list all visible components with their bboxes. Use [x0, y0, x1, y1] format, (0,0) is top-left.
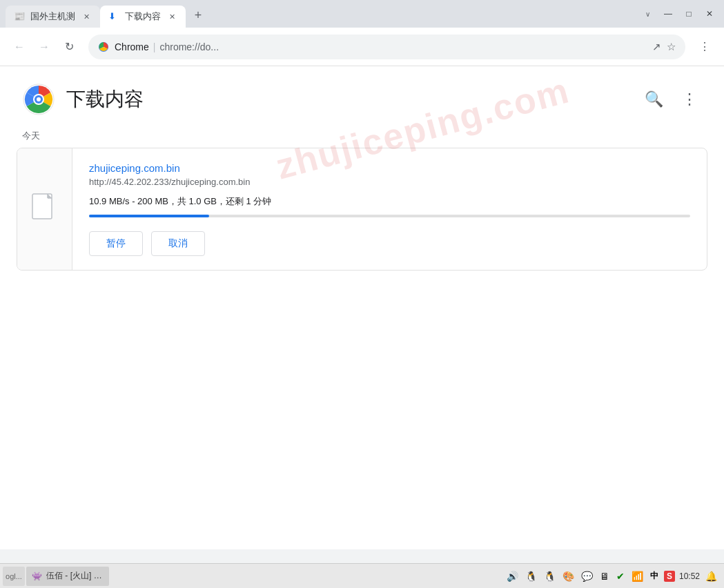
taskbar-item1-icon: 👾: [32, 571, 42, 581]
window-controls: ∨ — □ ✕: [638, 5, 718, 23]
download-info: zhujiceping.com.bin http://45.42.202.233…: [72, 148, 707, 270]
taskbar-start[interactable]: ogl...: [3, 567, 25, 586]
progress-bar-container: [89, 215, 690, 217]
download-card: zhujiceping.com.bin http://45.42.202.233…: [17, 148, 707, 271]
close-icon: ✕: [706, 9, 713, 19]
share-icon[interactable]: ↗: [652, 41, 661, 53]
page-header: 下载内容 🔍 ⋮: [0, 66, 724, 124]
forward-icon: →: [39, 41, 50, 53]
tab2-favicon: ⬇: [108, 11, 119, 22]
section-today-label: 今天: [0, 124, 724, 148]
tab-menu-button[interactable]: ∨: [638, 5, 656, 23]
address-bar[interactable]: Chrome | chrome://do... ↗ ☆: [88, 35, 685, 59]
more-menu-button[interactable]: ⋮: [694, 36, 716, 58]
page-title-area: 下载内容: [22, 83, 144, 116]
favorite-icon[interactable]: ☆: [667, 41, 676, 53]
progress-bar-fill: [89, 215, 209, 217]
titlebar: 📰 国外主机测 ✕ ⬇ 下载内容 ✕ + ∨ — □ ✕: [0, 0, 724, 28]
tab1-favicon: 📰: [14, 11, 25, 22]
download-actions: 暂停 取消: [89, 231, 690, 256]
volume-icon[interactable]: 🔊: [505, 569, 520, 583]
page-title: 下载内容: [66, 86, 144, 112]
navbar-actions: ⋮: [694, 36, 716, 58]
search-button[interactable]: 🔍: [641, 87, 666, 112]
header-icons: 🔍 ⋮: [641, 87, 702, 112]
lang-icon[interactable]: 中: [649, 569, 660, 583]
new-tab-icon: +: [195, 8, 202, 23]
tencent1-icon[interactable]: 🐧: [524, 569, 538, 583]
taskbar-clock: 10:52: [679, 571, 700, 581]
close-button[interactable]: ✕: [701, 5, 718, 23]
reload-icon: ↻: [65, 40, 74, 53]
wifi-icon[interactable]: 📶: [630, 569, 645, 583]
navbar: ← → ↻ Chrome | chrome://do... ↗ ☆ ⋮: [0, 28, 724, 66]
minimize-button[interactable]: —: [659, 5, 677, 23]
taskbar: ogl... 👾 伍佰 - [火山] 火山... 🔊 🐧 🐧 🎨 💬 🖥 ✔ 📶…: [0, 563, 724, 588]
page-content: zhujiceping.com: [0, 66, 724, 549]
wechat-icon[interactable]: 💬: [580, 569, 594, 583]
pause-button[interactable]: 暂停: [89, 231, 143, 256]
taskbar-item1-label: 伍佰 - [火山] 火山...: [46, 570, 104, 582]
back-button[interactable]: ←: [8, 36, 30, 58]
check-icon[interactable]: ✔: [615, 569, 626, 583]
tab-1[interactable]: 📰 国外主机测 ✕: [6, 6, 100, 28]
address-favicon: [98, 41, 109, 52]
tab1-label: 国外主机测: [30, 10, 75, 23]
address-text: Chrome | chrome://do...: [115, 41, 647, 52]
tab2-close-icon[interactable]: ✕: [166, 11, 177, 22]
back-icon: ←: [14, 41, 25, 53]
reload-button[interactable]: ↻: [58, 36, 80, 58]
tencent2-icon[interactable]: 🐧: [542, 569, 557, 583]
address-domain: Chrome: [115, 41, 149, 52]
notification-icon[interactable]: 🔔: [704, 569, 718, 583]
taskbar-right: 🔊 🐧 🐧 🎨 💬 🖥 ✔ 📶 中 S 10:52 🔔: [505, 569, 721, 583]
maximize-icon: □: [686, 9, 691, 19]
more-menu-icon: ⋮: [699, 40, 710, 53]
tab-strip: 📰 国外主机测 ✕ ⬇ 下载内容 ✕ +: [6, 0, 638, 28]
tab1-close-icon[interactable]: ✕: [81, 11, 92, 22]
address-actions: ↗ ☆: [652, 41, 676, 53]
options-icon: ⋮: [682, 90, 697, 108]
cancel-button[interactable]: 取消: [151, 231, 205, 256]
download-url: http://45.42.202.233/zhujiceping.com.bin: [89, 177, 690, 187]
sougou-icon[interactable]: S: [664, 571, 675, 582]
screen-icon[interactable]: 🖥: [598, 569, 611, 583]
address-path: chrome://do...: [159, 41, 219, 52]
search-icon: 🔍: [645, 90, 663, 108]
download-status: 10.9 MB/s - 200 MB，共 1.0 GB，还剩 1 分钟: [89, 195, 690, 208]
new-tab-button[interactable]: +: [188, 6, 208, 25]
download-filename[interactable]: zhujiceping.com.bin: [89, 162, 690, 174]
minimize-icon: —: [664, 9, 672, 19]
file-icon: [31, 193, 59, 226]
download-icon-area: [17, 148, 72, 270]
colorful-icon[interactable]: 🎨: [561, 569, 576, 583]
options-button[interactable]: ⋮: [677, 87, 702, 112]
tab2-label: 下载内容: [125, 10, 161, 23]
tab-2-active[interactable]: ⬇ 下载内容 ✕: [100, 6, 186, 28]
forward-button[interactable]: →: [33, 36, 55, 58]
address-separator: |: [153, 41, 156, 52]
taskbar-item-1[interactable]: 👾 伍佰 - [火山] 火山...: [26, 567, 109, 586]
chevron-down-icon: ∨: [645, 10, 650, 18]
svg-point-6: [37, 97, 41, 101]
chrome-logo: [22, 83, 55, 116]
maximize-button[interactable]: □: [680, 5, 698, 23]
